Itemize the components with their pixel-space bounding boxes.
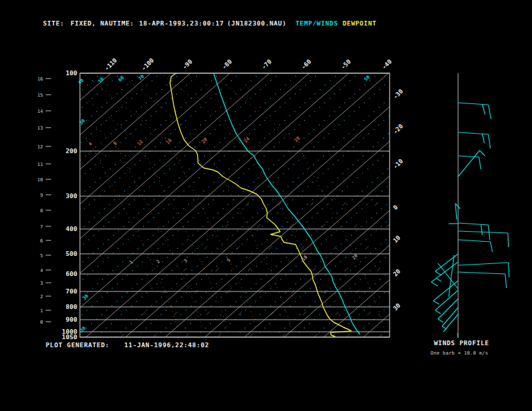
- svg-text:4: 4: [40, 268, 43, 273]
- svg-text:12: 12: [136, 139, 144, 147]
- svg-text:-40: -40: [381, 58, 394, 71]
- right-temperature-labels: -30-20-100102030: [392, 88, 404, 312]
- svg-text:-60: -60: [300, 58, 313, 71]
- svg-text:300: 300: [66, 192, 77, 199]
- svg-text:2: 2: [155, 259, 161, 265]
- svg-text:9: 9: [40, 193, 43, 198]
- svg-text:200: 200: [66, 147, 77, 154]
- svg-text:600: 600: [66, 270, 77, 277]
- svg-text:5: 5: [226, 257, 232, 263]
- svg-text:8: 8: [40, 208, 43, 214]
- svg-text:40: 40: [77, 78, 85, 86]
- svg-text:12: 12: [38, 144, 43, 150]
- svg-text:20: 20: [201, 137, 209, 145]
- wind-barb-legend: One barb = 10.0 m/s: [431, 351, 488, 356]
- svg-text:1: 1: [40, 308, 43, 314]
- svg-text:-30: -30: [392, 88, 404, 101]
- svg-text:400: 400: [66, 225, 77, 232]
- plot-generated-label: PLOT GENERATED:: [46, 341, 109, 349]
- svg-text:3: 3: [183, 258, 189, 264]
- wind-barbs: [431, 103, 509, 338]
- svg-text:13: 13: [38, 126, 43, 131]
- svg-text:30: 30: [392, 302, 402, 312]
- svg-text:-80: -80: [221, 58, 234, 71]
- svg-text:24: 24: [243, 136, 251, 144]
- skewt-app-window: SITE: FIXED, NAU TIME: 18-APR-1993,23:00…: [0, 0, 532, 411]
- moist-adiabat-dotted-curves: [4, 73, 386, 337]
- svg-text:70: 70: [138, 74, 146, 82]
- svg-text:14: 14: [38, 109, 43, 114]
- svg-text:20: 20: [392, 268, 402, 278]
- svg-text:0: 0: [40, 320, 43, 325]
- svg-text:5: 5: [40, 253, 43, 259]
- svg-text:50: 50: [97, 77, 105, 85]
- svg-text:28: 28: [294, 136, 302, 144]
- svg-text:800: 800: [66, 303, 77, 310]
- svg-text:900: 900: [66, 316, 77, 323]
- svg-text:16: 16: [38, 77, 43, 82]
- svg-text:6: 6: [40, 238, 43, 244]
- skewt-chart: 4050607050303030481216202428123510201002…: [0, 0, 532, 411]
- svg-text:4: 4: [87, 141, 93, 147]
- svg-text:-70: -70: [261, 58, 273, 71]
- plot-generated-value: 11-JAN-1996,22:48:02: [124, 341, 209, 349]
- svg-text:-90: -90: [181, 58, 194, 71]
- svg-text:3: 3: [40, 281, 43, 286]
- svg-text:100: 100: [66, 69, 77, 77]
- svg-text:0: 0: [392, 204, 399, 212]
- svg-text:20: 20: [351, 253, 359, 261]
- svg-text:-100: -100: [140, 57, 155, 72]
- svg-text:15: 15: [38, 93, 43, 98]
- pressure-axis-labels: 10020030040050060070080090010001050: [62, 69, 77, 340]
- height-axis-ticks: 012345678910111213141516: [38, 77, 51, 325]
- svg-text:700: 700: [66, 287, 77, 295]
- svg-text:10: 10: [38, 177, 43, 183]
- svg-text:500: 500: [66, 250, 77, 257]
- svg-text:16: 16: [165, 138, 173, 146]
- svg-text:8: 8: [112, 140, 118, 146]
- svg-text:2: 2: [40, 294, 43, 300]
- svg-text:11: 11: [38, 162, 43, 167]
- svg-text:-50: -50: [340, 58, 353, 71]
- svg-text:-20: -20: [392, 123, 404, 136]
- winds-profile-title: WINDS PROFILE: [434, 339, 489, 347]
- svg-text:-110: -110: [103, 57, 118, 72]
- svg-text:-10: -10: [392, 158, 404, 171]
- svg-text:1050: 1050: [62, 333, 77, 340]
- moist-adiabat-labels: 481216202428: [87, 136, 301, 147]
- top-temperature-labels: -110-100-90-80-70-60-50-40: [103, 57, 393, 72]
- svg-text:60: 60: [118, 75, 126, 83]
- svg-text:10: 10: [392, 234, 402, 244]
- mixing-ratio-dashes: [121, 195, 514, 337]
- svg-text:7: 7: [40, 224, 43, 230]
